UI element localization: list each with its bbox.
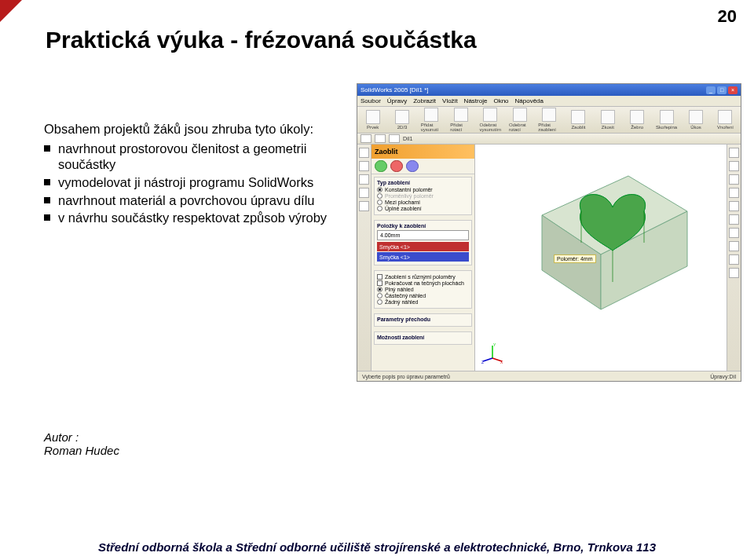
maximize-button[interactable]: □ <box>717 86 727 94</box>
right-iconbar <box>727 145 741 371</box>
dimension-callout[interactable]: Poloměr: 4mm <box>554 254 596 263</box>
svg-text:Y: Y <box>493 342 496 347</box>
tool-icon[interactable] <box>359 201 369 211</box>
selection-item[interactable]: Smyčka <1> <box>377 242 469 251</box>
menu-item[interactable]: Úpravy <box>387 97 407 104</box>
check-option[interactable]: Zaoblení s různými poloměry <box>377 274 469 280</box>
check-label: Pokračovat na tečných plochách <box>385 280 464 286</box>
menu-item[interactable]: Okno <box>493 97 508 104</box>
feature-icon <box>718 110 732 124</box>
bullet-item: v návrhu součástky respektovat způsob vý… <box>44 210 339 226</box>
ribbon-button[interactable]: Zkosit <box>597 110 618 130</box>
feature-icon <box>571 110 585 124</box>
left-iconbar <box>357 145 372 371</box>
radio-icon <box>377 193 382 199</box>
pm-section-header: Parametry přechodu <box>377 317 469 322</box>
menu-item[interactable]: Vložit <box>442 97 458 104</box>
intro-text: Obsahem projektů žáků jsou zhruba tyto ú… <box>44 121 339 137</box>
ribbon-button[interactable]: Odebrat vysunutím <box>480 108 501 132</box>
ribbon-button[interactable]: Přidat vysunutí <box>421 108 442 132</box>
part-rendering <box>526 168 691 325</box>
ribbon-label: Odebrat rotací <box>509 123 530 132</box>
radio-option[interactable]: Žádný náhled <box>377 299 469 305</box>
radio-option[interactable]: Mezi plochami <box>377 199 469 205</box>
radio-icon <box>377 293 382 298</box>
tool-icon[interactable] <box>359 148 369 158</box>
slide-accent <box>0 0 22 22</box>
check-label: Zaoblení s různými poloměry <box>385 274 456 280</box>
ribbon-label: Zkosit <box>602 125 614 130</box>
ribbon-button[interactable]: Přidat rotací <box>450 108 471 132</box>
tool-icon[interactable] <box>729 201 739 211</box>
tool-icon[interactable] <box>359 174 369 185</box>
pm-section-more[interactable]: Možnosti zaoblení <box>374 331 472 345</box>
author-block: Autor : Roman Hudec <box>44 430 119 457</box>
ribbon-label: Odebrat vysunutím <box>480 123 501 132</box>
tool-icon[interactable] <box>729 161 739 171</box>
ribbon-button[interactable]: Odebrat rotací <box>509 108 530 132</box>
pm-section-header: Položky k zaoblení <box>377 223 469 229</box>
radio-label: Mezi plochami <box>385 199 420 205</box>
bullet-item: navrhnout prostorovou členitost a geomet… <box>44 141 339 173</box>
pm-section-options: Zaoblení s různými poloměry Pokračovat n… <box>374 270 472 309</box>
bullet-item: vymodelovat ji nástroji programu SolidWo… <box>44 174 339 191</box>
menu-item[interactable]: Nápověda <box>515 97 544 104</box>
menu-item[interactable]: Nástroje <box>464 97 488 104</box>
tool-icon[interactable] <box>729 214 739 225</box>
ribbon-button[interactable]: 2D/3 <box>391 110 412 130</box>
ribbon-button[interactable]: Vnoření <box>715 110 736 130</box>
radio-icon <box>377 299 382 305</box>
tool-icon[interactable] <box>729 254 739 265</box>
3d-viewport[interactable]: Poloměr: 4mm Y X Z <box>475 145 727 371</box>
minimize-button[interactable]: _ <box>706 86 716 94</box>
radio-option[interactable]: Úplné zaoblení <box>377 206 469 211</box>
radio-option[interactable]: Plný náhled <box>377 287 469 292</box>
cancel-button[interactable] <box>390 160 403 172</box>
doc-name[interactable]: Díl1 <box>403 136 412 141</box>
ribbon-button[interactable]: Přidat zaoblení <box>538 108 559 132</box>
ribbon-label: Žebro <box>631 125 643 130</box>
pm-confirm-row <box>372 159 474 174</box>
feature-icon <box>630 110 644 124</box>
tool-icon[interactable] <box>729 228 739 238</box>
ribbon-button[interactable]: Prvek <box>362 110 383 130</box>
menu-item[interactable]: Soubor <box>361 97 381 104</box>
feature-icon <box>689 110 703 124</box>
radio-option[interactable]: Proměnlivý poloměr <box>377 193 469 199</box>
radio-option[interactable]: Částečný náhled <box>377 293 469 298</box>
radio-label: Konstantní poloměr <box>385 187 433 192</box>
input-value: 4.00mm <box>380 232 400 238</box>
selection-item[interactable]: Smyčka <1> <box>377 252 469 262</box>
radio-option[interactable]: Konstantní poloměr <box>377 187 469 192</box>
ok-button[interactable] <box>375 160 387 172</box>
radius-input[interactable]: 4.00mm <box>377 230 469 240</box>
toolbar-icon[interactable] <box>375 134 386 143</box>
pm-section-items: Položky k zaoblení 4.00mm Smyčka <1> Smy… <box>374 220 472 265</box>
ribbon-button[interactable]: Skořepina <box>656 110 677 130</box>
radio-icon <box>377 206 382 211</box>
tool-icon[interactable] <box>359 161 369 171</box>
pm-section-transition[interactable]: Parametry přechodu <box>374 313 472 327</box>
ribbon-button[interactable]: Zaoblit <box>568 110 589 130</box>
ribbon-button[interactable]: Žebro <box>627 110 648 130</box>
tool-icon[interactable] <box>729 268 739 278</box>
radio-label: Žádný náhled <box>385 299 418 305</box>
svg-text:Z: Z <box>481 360 484 364</box>
check-option[interactable]: Pokračovat na tečných plochách <box>377 280 469 286</box>
toolbar-icon[interactable] <box>361 134 372 143</box>
tool-icon[interactable] <box>729 148 739 158</box>
help-button[interactable] <box>406 160 419 172</box>
ribbon-button[interactable]: Úkos <box>685 110 706 130</box>
radio-label: Proměnlivý poloměr <box>385 193 434 199</box>
toolbar-icon[interactable] <box>389 134 400 143</box>
pm-title: Zaoblit <box>372 145 474 159</box>
menu-item[interactable]: Zobrazit <box>413 97 436 104</box>
slide-footer: Střední odborná škola a Střední odborné … <box>0 540 754 554</box>
tool-icon[interactable] <box>729 241 739 251</box>
feature-icon <box>424 108 438 122</box>
pm-section-type: Typ zaoblení Konstantní poloměr Proměnli… <box>374 177 472 215</box>
tool-icon[interactable] <box>359 188 369 198</box>
tool-icon[interactable] <box>729 188 739 198</box>
tool-icon[interactable] <box>729 174 739 185</box>
close-button[interactable]: × <box>728 86 738 94</box>
